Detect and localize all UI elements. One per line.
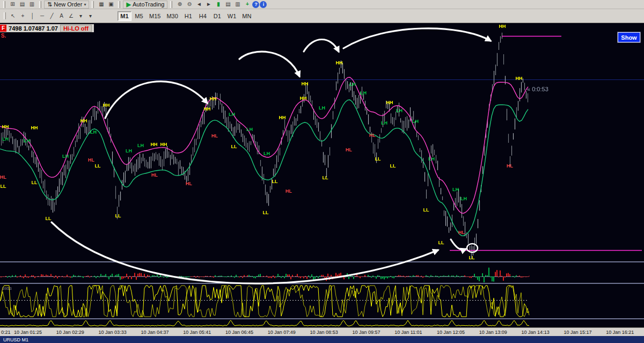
toolbar-drawing: ↖+│─╱A∠▾▾ M1M5M15M30H1H4D1W1MN [0,9,644,23]
help-icon[interactable]: ? [252,1,259,8]
time-axis-label: 10 Jan 11:01 [394,330,422,335]
autotrading-play-icon: ▶ [126,1,130,8]
info-icon[interactable]: i [260,1,267,8]
toolbar-grip[interactable] [170,1,172,8]
add-indicator-icon[interactable]: + [243,1,252,8]
time-axis[interactable]: 0:2110 Jan 01:2510 Jan 02:2910 Jan 03:33… [0,327,644,336]
oscillator-value-label: 3953 [2,286,12,291]
time-axis-label: 10 Jan 08:53 [310,330,338,335]
toolbar-top-group2: ▦▣ [97,1,115,8]
terminal-icon[interactable]: ▣ [106,1,115,8]
chevron-down-icon: ▾ [84,2,86,7]
horizontal-line-icon[interactable]: ─ [38,12,47,20]
zoom-out-icon[interactable]: ⊖ [185,1,194,8]
chart-tab-eurusd-m1[interactable]: URUSD M1 [0,337,28,342]
time-axis-label: 10 Jan 14:13 [522,330,550,335]
oscillator-a-canvas[interactable] [0,284,644,318]
cascade-windows-icon[interactable]: ▥ [233,1,242,8]
timeframe-bar: M1M5M15M30H1H4D1W1MN [118,11,254,21]
panel-separator[interactable] [0,318,644,319]
time-axis-label: 10 Jan 04:37 [141,330,169,335]
time-axis-label: 10 Jan 06:45 [225,330,253,335]
time-axis-label: 10 Jan 16:21 [606,330,634,335]
timeframe-d1-button[interactable]: D1 [210,11,224,21]
channel-tool-icon[interactable]: ∠ [67,12,76,20]
hilo-toggle-button[interactable]: Hi-LO off [60,25,92,32]
timeframe-m30-button[interactable]: M30 [164,11,180,21]
zoom-in-icon[interactable]: ⊕ [175,1,184,8]
mt4-window: ⊞▤▥ ⇅ New Order ▾ ▦▣ ▶ AutoTrading ⊕⊖◄►▮… [0,0,644,343]
histogram-indicator-canvas[interactable] [0,262,644,283]
toolbar-top-group1: ⊞▤▥ [8,1,36,8]
main-chart-canvas[interactable] [0,23,644,261]
market-watch-icon[interactable]: ▤ [18,1,27,8]
timeframe-m15-button[interactable]: M15 [147,11,163,21]
new-order-label: New Order [54,1,82,8]
toolbar-top-group3: ⊕⊖◄►▮▤▥+?i [175,1,267,8]
shapes-dropdown-icon[interactable]: ▾ [76,12,85,20]
new-order-icon: ⇅ [47,1,52,8]
time-axis-label: 10 Jan 01:25 [14,330,42,335]
toolbar-grip[interactable] [4,12,6,19]
scroll-right-icon[interactable]: ► [204,1,213,8]
tile-windows-icon[interactable]: ▤ [223,1,232,8]
time-axis-label: 10 Jan 05:41 [183,330,211,335]
candle-timer: « 0:0:53 [527,86,548,92]
chart-grid-icon[interactable]: ▦ [97,1,106,8]
timeframe-m1-button[interactable]: M1 [118,11,131,21]
toolbar-grip[interactable] [3,1,5,8]
show-button[interactable]: Show [618,32,640,42]
navigator-icon[interactable]: ▥ [27,1,36,8]
text-tool-icon[interactable]: A [57,12,66,20]
autotrading-label: AutoTrading [133,1,165,8]
toolbar-grip[interactable] [39,1,41,8]
time-axis-label: 0:21 [1,330,11,335]
timeframe-h4-button[interactable]: H4 [196,11,210,21]
timeframe-m5-button[interactable]: M5 [132,11,146,21]
toolbar-grip[interactable] [118,1,120,8]
timeframe-h1-button[interactable]: H1 [181,11,195,21]
oscillator-b-canvas[interactable] [0,319,644,327]
trendline-icon[interactable]: ╱ [47,12,56,20]
time-axis-label: 10 Jan 09:57 [352,330,380,335]
time-axis-label: 10 Jan 07:49 [268,330,296,335]
timeframe-w1-button[interactable]: W1 [225,11,239,21]
quote-text: 7498 1.07487 1.07 [6,25,60,32]
sell-label: S. [1,33,6,39]
toolbar-grip[interactable] [92,1,94,8]
arrows-dropdown-icon[interactable]: ▾ [86,12,95,20]
panel-separator[interactable] [0,261,644,262]
quote-panel: F 7498 1.07487 1.07 Hi-LO off [0,24,94,32]
toolbar-top: ⊞▤▥ ⇅ New Order ▾ ▦▣ ▶ AutoTrading ⊕⊖◄►▮… [0,0,644,9]
crosshair-icon[interactable]: + [18,12,27,20]
cursor-icon[interactable]: ↖ [9,12,18,20]
time-axis-label: 10 Jan 03:33 [99,330,127,335]
panel-separator[interactable] [0,283,644,284]
timeframe-mn-button[interactable]: MN [239,11,254,21]
time-axis-label: 10 Jan 13:09 [479,330,507,335]
time-axis-label: 10 Jan 02:29 [56,330,84,335]
bar-chart-icon[interactable]: ▮ [214,1,223,8]
vertical-line-icon[interactable]: │ [28,12,37,20]
scroll-left-icon[interactable]: ◄ [194,1,203,8]
new-order-button[interactable]: ⇅ New Order ▾ [44,1,89,9]
autotrading-button[interactable]: ▶ AutoTrading [123,1,167,9]
draw-tools-group: ↖+│─╱A∠▾▾ [9,12,95,20]
time-axis-label: 10 Jan 12:05 [437,330,465,335]
new-chart-icon[interactable]: ⊞ [8,1,17,8]
time-axis-label: 10 Jan 15:17 [564,330,591,335]
symbol-badge: F [0,25,6,32]
chart-tabs-bar: URUSD M1 [0,336,644,343]
